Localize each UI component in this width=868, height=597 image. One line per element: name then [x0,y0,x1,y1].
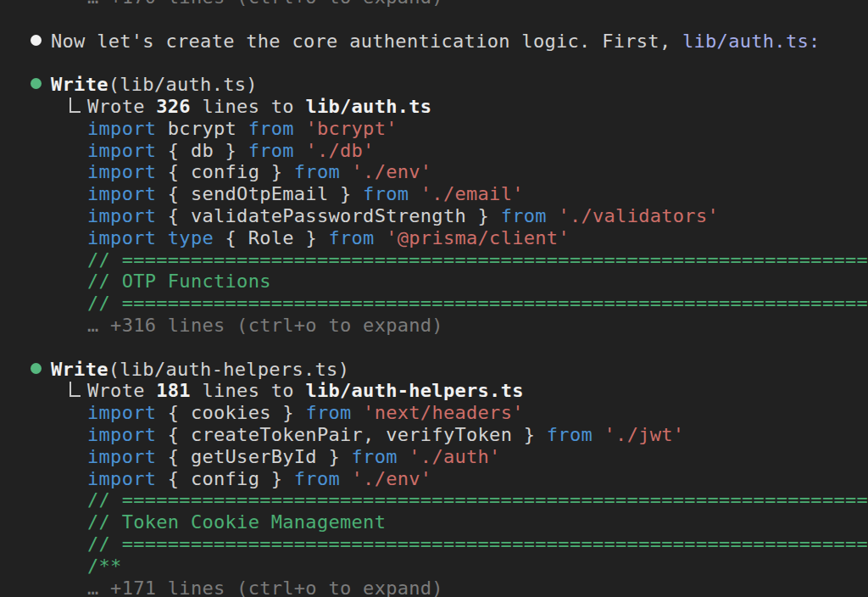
token-kw: from [294,468,340,489]
token-fg: { createTokenPair, verifyToken } [156,424,547,445]
terminal-line-message: Now let's create the core authentication… [0,31,868,53]
token-str: './validators' [558,205,719,226]
token-kw: from [547,424,593,445]
terminal-line-code: import { sendOtpEmail } from './email' [0,183,868,205]
token-fg: (lib/auth-helpers.ts) [108,359,349,380]
token-str: './env' [352,468,432,489]
token-path: lib/auth.ts: [682,31,821,52]
terminal-line-code: import { config } from './env' [0,468,868,490]
token-kw: from [248,140,294,161]
token-bold: Write [51,359,108,380]
token-str: './env' [352,161,432,182]
terminal-line-blank [0,52,868,74]
token-dim: … +170 lines (ctrl+o to expand) [87,0,443,8]
token-fg: { db } [156,140,248,161]
token-bold: 326 [156,96,191,117]
token-bold: 181 [156,380,191,401]
token-cmt: /** [87,555,122,577]
token-cmt: // Token Cookie Management [87,511,386,533]
token-fg: lines to [191,96,305,117]
terminal-line-code: // =====================================… [0,489,868,511]
token-kw: import [87,118,156,139]
token-fg: Wrote [87,96,156,117]
token-fg: { validatePasswordStrength } [156,205,500,226]
token-fg: (lib/auth.ts) [108,74,258,95]
terminal-line-code: // OTP Functions [0,271,868,293]
token-kw: from [363,183,409,204]
terminal-viewport: … +170 lines (ctrl+o to expand)Now let's… [0,0,868,597]
token-kw: from [294,161,340,182]
token-kw: import [87,140,156,161]
token-fg [340,468,352,489]
token-fg: bcrypt [156,118,248,139]
token-bold: lib/auth.ts [305,96,431,117]
token-kw: import [87,205,156,226]
terminal-line-tool: Write(lib/auth-helpers.ts) [0,359,868,381]
token-kw: from [501,205,547,226]
token-fg [352,402,364,423]
terminal-line-code: // =====================================… [0,533,868,555]
token-fg [156,227,168,248]
token-fg: { config } [156,468,294,489]
terminal-line-result: Wrote 181 lines to lib/auth-helpers.ts [0,380,868,402]
token-kw: import [87,183,156,204]
token-fg: { config } [156,161,294,182]
token-kw: import [87,468,156,489]
token-cmt: // =====================================… [87,533,868,555]
token-fg [547,205,559,226]
token-dim: … +316 lines (ctrl+o to expand) [87,315,443,336]
terminal-line-code: import bcrypt from 'bcrypt' [0,118,868,140]
token-cmt: // =====================================… [87,293,868,314]
token-kw: import [87,161,156,182]
terminal-line-code: // =====================================… [0,293,868,315]
token-bold: lib/auth-helpers.ts [305,380,523,401]
terminal-line-hint: … +170 lines (ctrl+o to expand) [0,0,868,8]
message-bullet-icon [31,35,42,46]
token-kw: from [328,227,374,248]
token-str: './email' [420,183,524,204]
token-str: './jwt' [604,424,685,445]
terminal-output: … +170 lines (ctrl+o to expand)Now let's… [0,0,868,597]
tool-bullet-icon [31,363,42,374]
token-kw: import [87,424,156,445]
result-connector-icon [70,98,81,113]
token-fg: Now let's create the core authentication… [51,31,682,52]
token-kw: from [352,446,398,467]
terminal-line-blank [0,337,868,359]
terminal-line-code: import { cookies } from 'next/headers' [0,402,868,424]
token-fg [294,118,306,139]
token-fg [409,183,420,204]
token-cmt: // =====================================… [87,249,868,271]
token-fg [375,227,387,248]
token-kw: import [87,402,156,423]
terminal-line-code: import { validatePasswordStrength } from… [0,205,868,227]
token-kw: type [168,227,214,248]
terminal-line-code: import { getUserById } from './auth' [0,446,868,468]
terminal-line-result: Wrote 326 lines to lib/auth.ts [0,96,868,118]
token-fg [340,161,352,182]
token-str: 'bcrypt' [305,118,397,139]
terminal-line-code: // Token Cookie Management [0,511,868,533]
token-fg: lines to [191,380,305,401]
token-cmt: // OTP Functions [87,271,271,292]
tool-bullet-icon [31,78,42,89]
token-fg [294,140,306,161]
terminal-line-code: // =====================================… [0,249,868,271]
terminal-line-hint: … +171 lines (ctrl+o to expand) [0,577,868,597]
terminal-line-code: import { createTokenPair, verifyToken } … [0,424,868,446]
terminal-line-code: import { db } from './db' [0,140,868,162]
token-fg: { getUserById } [156,446,351,467]
token-str: '@prisma/client' [386,227,570,248]
token-fg: { Role } [214,227,328,248]
token-str: './auth' [409,446,500,467]
terminal-line-tool: Write(lib/auth.ts) [0,74,868,96]
result-connector-icon [70,382,81,397]
token-fg [593,424,604,445]
token-fg: { cookies } [156,402,305,423]
token-kw: import [87,446,156,467]
token-kw: import [87,227,156,248]
token-cmt: // =====================================… [87,489,868,511]
token-kw: from [305,402,351,423]
terminal-line-code: import { config } from './env' [0,161,868,183]
token-fg: { sendOtpEmail } [156,183,363,204]
